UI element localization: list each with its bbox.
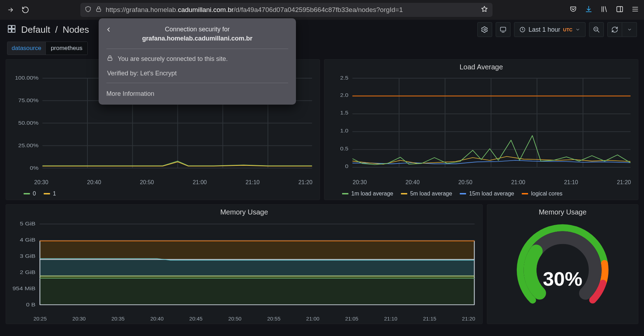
refresh-interval-button[interactable]: [622, 22, 637, 37]
svg-text:75.00%: 75.00%: [18, 97, 38, 103]
svg-text:100.00%: 100.00%: [15, 75, 38, 81]
svg-text:50.00%: 50.00%: [18, 120, 38, 126]
pocket-icon[interactable]: [569, 5, 577, 14]
nav-forward-button[interactable]: [5, 4, 16, 15]
svg-text:0%: 0%: [30, 164, 38, 170]
svg-rect-4: [8, 29, 11, 32]
svg-rect-57: [40, 260, 474, 276]
load-legend: 1m load average 5m load average 15m load…: [342, 191, 634, 197]
svg-text:1.5: 1.5: [340, 110, 349, 116]
variable-datasource[interactable]: datasource prometheus: [7, 42, 88, 55]
memory-gauge: 30%: [487, 218, 638, 323]
load-panel[interactable]: Load Average 2.5 2.0 1.5 1.0 0.5 0: [324, 59, 638, 200]
breadcrumb-name: Nodes: [63, 24, 89, 35]
time-range-picker[interactable]: Last 1 hour UTC: [514, 22, 586, 37]
bookmark-star-icon[interactable]: [481, 5, 488, 15]
memory-panel[interactable]: Memory Usage 5 GiB 4 GiB 3 GiB 2 GiB 954…: [6, 204, 483, 324]
popup-verified-row: Verified by: Let's Encrypt: [106, 70, 288, 77]
breadcrumb-folder: Default: [21, 24, 50, 35]
refresh-group: [607, 22, 637, 37]
library-icon[interactable]: [600, 5, 608, 14]
svg-text:954 MiB: 954 MiB: [13, 285, 36, 292]
load-panel-title: Load Average: [324, 60, 638, 73]
connection-security-popup: Connection security for grafana.homelab.…: [99, 18, 296, 105]
svg-text:2.5: 2.5: [340, 75, 349, 81]
memory-panel-title: Memory Usage: [6, 205, 482, 218]
tv-mode-button[interactable]: [496, 22, 510, 37]
svg-text:2 GiB: 2 GiB: [20, 269, 35, 275]
svg-text:4 GiB: 4 GiB: [20, 237, 35, 243]
svg-rect-55: [40, 278, 474, 305]
lock-icon[interactable]: [95, 6, 102, 14]
memory-gauge-title: Memory Usage: [487, 205, 638, 218]
svg-rect-5: [12, 29, 15, 32]
shield-icon: [85, 6, 92, 14]
settings-button[interactable]: [477, 22, 492, 37]
popup-more-info[interactable]: More Information: [106, 89, 288, 98]
svg-text:0: 0: [345, 163, 348, 169]
cpu-legend: 0 1: [24, 191, 316, 197]
load-chart: 2.5 2.0 1.5 1.0 0.5 0: [328, 74, 634, 175]
memory-gauge-panel[interactable]: Memory Usage 30%: [487, 204, 638, 324]
chevron-down-icon: [575, 27, 580, 32]
panel-grid-icon[interactable]: [7, 24, 16, 35]
download-icon[interactable]: [585, 5, 593, 14]
svg-rect-1: [617, 7, 623, 12]
variables-row: datasource prometheus: [0, 39, 644, 59]
breadcrumb[interactable]: Default / Nodes: [21, 24, 89, 35]
memory-xaxis: 20:2520:3020:3520:4020:4520:5020:5521:00…: [33, 316, 475, 322]
svg-rect-67: [108, 58, 112, 61]
browser-chrome: https://grafana.homelab.cadumillani.com.…: [0, 0, 644, 20]
gauge-value: 30%: [543, 267, 582, 290]
svg-rect-7: [501, 27, 506, 31]
topbar-actions: Last 1 hour UTC: [477, 22, 637, 37]
svg-text:1.0: 1.0: [340, 127, 349, 133]
url-text: https://grafana.homelab.cadumillani.com.…: [106, 6, 403, 14]
svg-rect-3: [12, 25, 15, 29]
svg-text:0.5: 0.5: [340, 145, 349, 151]
memory-chart: 5 GiB 4 GiB 3 GiB 2 GiB 954 MiB 0 B: [10, 219, 479, 312]
popup-back-button[interactable]: [105, 26, 112, 35]
lock-icon: [106, 55, 113, 63]
svg-rect-2: [8, 25, 11, 29]
svg-point-6: [484, 29, 486, 31]
svg-text:0 B: 0 B: [26, 301, 36, 308]
browser-right-icons: [569, 5, 639, 14]
popup-secure-row: You are securely connected to this site.: [106, 55, 288, 63]
grafana-page: Default / Nodes Last 1 hour UTC datasour…: [0, 20, 644, 336]
panel-row-2: Memory Usage 5 GiB 4 GiB 3 GiB 2 GiB 954…: [0, 204, 644, 324]
panel-row-1: 100.00% 75.00% 50.00% 25.00% 0%: [0, 59, 644, 200]
svg-text:3 GiB: 3 GiB: [20, 253, 35, 259]
svg-rect-58: [40, 241, 474, 259]
address-bar[interactable]: https://grafana.homelab.cadumillani.com.…: [80, 3, 493, 17]
zoom-out-button[interactable]: [589, 22, 604, 37]
svg-text:5 GiB: 5 GiB: [20, 221, 35, 227]
load-xaxis: 20:3020:4020:5021:0021:1021:20: [353, 179, 631, 186]
svg-rect-0: [97, 9, 101, 11]
reload-button[interactable]: [20, 4, 31, 15]
popup-header: Connection security for grafana.homelab.…: [106, 25, 288, 43]
dashboard-topbar: Default / Nodes Last 1 hour UTC: [0, 20, 644, 39]
menu-icon[interactable]: [631, 5, 639, 14]
svg-text:2.0: 2.0: [340, 92, 349, 98]
sidebar-icon[interactable]: [616, 5, 624, 14]
cpu-xaxis: 20:3020:4020:5021:0021:1021:20: [34, 179, 312, 186]
svg-text:25.00%: 25.00%: [18, 142, 38, 148]
refresh-button[interactable]: [607, 22, 622, 37]
